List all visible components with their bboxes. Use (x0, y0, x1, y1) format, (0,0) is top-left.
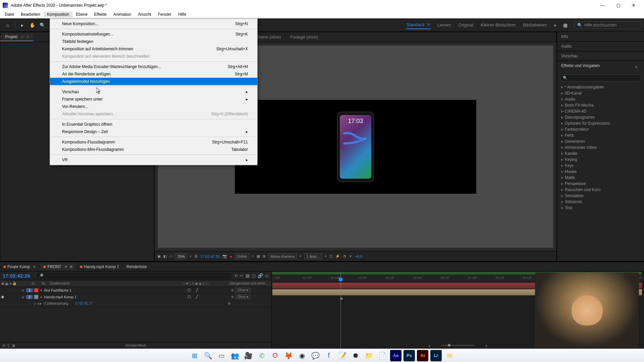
panel-info[interactable]: Info (557, 32, 644, 41)
pickwhip-icon[interactable]: ⊚ (231, 288, 234, 292)
pickwhip-icon[interactable]: ⊚ (231, 295, 234, 299)
timeline-layer[interactable]: ◉▶2▪Handy.mp4 Komp 1⬡ ╱ ⊚ Ohne ▾ (0, 294, 271, 300)
taskbar-opera-icon[interactable]: O (269, 350, 281, 361)
taskbar-messenger-icon[interactable]: 💬 (310, 350, 321, 361)
menu-item[interactable]: Titelbild festlegen (50, 38, 257, 45)
effects-category[interactable]: ▶Audio (560, 96, 641, 102)
menu-komposition[interactable]: Komposition (44, 11, 72, 17)
visibility-toggle[interactable]: ◉ (0, 295, 5, 299)
playhead[interactable] (340, 272, 341, 349)
exposure-value[interactable]: +0,0 (355, 254, 362, 258)
effects-category[interactable]: ▶Optionen für Expressions (560, 120, 641, 126)
effects-category[interactable]: ▶Simulation (560, 193, 641, 199)
pickwhip-icon[interactable]: ⊚ (228, 302, 230, 305)
switches-modes-toggle[interactable]: Schalter/Modi (125, 344, 146, 347)
timeline-layer[interactable]: ▶1▪Rot Farbfläche 1⬡ ╱ ⊚ Ohne ▾ (0, 287, 271, 294)
eye-icon[interactable]: ◉ (1, 282, 4, 285)
effects-category[interactable]: ▶Farbkorrektur (560, 126, 641, 132)
tab-footage[interactable]: Footage (ohne) (286, 34, 323, 41)
tl-icon-4[interactable]: ◫ (252, 273, 256, 278)
close-icon[interactable]: ✕ (21, 35, 23, 39)
menu-item[interactable]: In Essential Graphics öffnen (50, 121, 257, 128)
hand-tool-icon[interactable]: ✋ (28, 21, 37, 29)
taskbar-search-icon[interactable]: 🔍 (202, 350, 214, 361)
effects-category[interactable]: ▶Keying (560, 157, 641, 163)
frame-blend-icon[interactable]: ◨ (12, 344, 15, 347)
taskbar-explorer-icon[interactable]: 📁 (363, 350, 375, 361)
taskbar-whatsapp-icon[interactable]: ✆ (256, 350, 267, 361)
close-button[interactable]: ✕ (626, 0, 641, 10)
taskbar-ae-icon[interactable]: Ae (390, 350, 401, 361)
taskbar-steam-icon[interactable]: ◉ (296, 350, 308, 361)
home-icon[interactable]: ⌂ (3, 21, 12, 29)
taskbar-video-icon[interactable]: 🎥 (243, 350, 254, 361)
effects-category[interactable]: ▶Boris FX Mocha (560, 102, 641, 108)
close-icon[interactable]: ✕ (33, 265, 36, 268)
taskbar-taskview-icon[interactable]: ▭ (216, 350, 227, 361)
toggle-switches-icon[interactable]: ⊞ (3, 344, 5, 347)
taskbar-teams-icon[interactable]: 👥 (229, 350, 240, 361)
tl-icon-1[interactable]: ⟲ (234, 273, 238, 278)
zoom-dropdown[interactable]: 25% (175, 253, 187, 259)
menu-item[interactable]: Responsive Design – Zeit▸ (50, 128, 257, 135)
effects-category[interactable]: ▶Perspektive (560, 181, 641, 187)
label-icon[interactable]: 🏷 (30, 282, 40, 285)
timeline-tab[interactable]: Finale Komp✕ (0, 263, 39, 270)
tl-icon-5[interactable]: 🔗 (258, 273, 263, 278)
workspace-lernen[interactable]: Lernen (437, 21, 451, 29)
maximize-button[interactable]: ▢ (610, 0, 626, 10)
taskbar-ps-icon[interactable]: Ps (404, 350, 415, 361)
effects-category[interactable]: ▶Keys (560, 163, 641, 169)
menu-item[interactable]: VR▸ (50, 156, 257, 164)
menu-item[interactable]: Neue Komposition...Strg+N (50, 20, 257, 27)
lock-icon[interactable]: 🔒 (12, 282, 16, 285)
workspace-grid-icon[interactable]: ▦ (561, 21, 570, 29)
timeline-tab[interactable]: Renderliste (123, 263, 150, 270)
effects-category[interactable]: ▶Rauschen und Korn (560, 187, 641, 193)
taskbar-windows-icon[interactable]: ⊞ (189, 350, 200, 361)
speaker-icon[interactable]: 🔈 (5, 282, 9, 285)
channel-icon[interactable]: ● (230, 254, 232, 258)
menu-animation[interactable]: Animation (110, 11, 135, 17)
camera-dropdown[interactable]: Aktive Kamera (268, 253, 297, 259)
resolution-dropdown[interactable]: Drittel (235, 253, 249, 259)
panel-audio[interactable]: Audio (557, 42, 644, 51)
solo-icon[interactable]: ● (10, 282, 12, 285)
taskbar-lr-icon[interactable]: Lr (430, 350, 442, 361)
taskbar-ai-icon[interactable]: Ai (417, 350, 428, 361)
3d-icon[interactable]: ⬭ (169, 254, 172, 258)
mask-icon[interactable]: ▣ (157, 254, 161, 258)
panel-menu-icon[interactable]: ≡ (632, 63, 640, 71)
menu-item[interactable]: Vorschau▸ (50, 88, 257, 96)
alpha-icon[interactable]: ◧ (163, 254, 167, 258)
taskbar-notes-icon[interactable]: 📝 (336, 350, 348, 361)
layer-property[interactable]: ◇ ◂ ▸ ⏱ Zeitverzerrung17:02:42:27⊚ (0, 300, 271, 307)
menu-item[interactable]: Vor-Rendern... (50, 103, 257, 110)
timeline-tab[interactable]: FRONT✕≡ (40, 263, 75, 270)
effects-category[interactable]: ▶Matte (560, 175, 641, 181)
effects-category[interactable]: ▶3D-Kanal (560, 90, 641, 96)
taskbar-firefox-icon[interactable]: 🦊 (283, 350, 294, 361)
menu-ebene[interactable]: Ebene (72, 11, 91, 17)
effects-category[interactable]: ▶Stilisieren (560, 199, 641, 205)
workspace-bibliotheken[interactable]: Bibliotheken (522, 21, 547, 29)
workspace-original[interactable]: Original (458, 21, 474, 29)
px-icon[interactable]: ◫ (329, 254, 333, 258)
menu-datei[interactable]: Datei (1, 11, 17, 17)
brace-icon[interactable]: {} (7, 344, 10, 347)
menu-bearbeiten[interactable]: Bearbeiten (17, 11, 44, 17)
help-search[interactable]: 🔍 Hilfe durchsuchen (574, 21, 641, 29)
grid-icon[interactable]: ⊞ (263, 254, 266, 258)
tl-icon-2[interactable]: ✂ (240, 273, 244, 278)
effects-category[interactable]: ▶Dienstprogramm (560, 114, 641, 120)
workspace-kleiner-bildschirm[interactable]: Kleiner Bildschirm (480, 21, 516, 29)
menu-item[interactable]: Kompositions-Mini-FlussdiagrammTabulator (50, 146, 257, 153)
effects-category[interactable]: ▶Kanäle (560, 150, 641, 157)
menu-item[interactable]: Kompositions-FlussdiagrammStrg+Umschalt+… (50, 138, 257, 146)
selection-tool-icon[interactable]: ▸ (18, 21, 26, 29)
res-icon[interactable]: ⊞ (195, 254, 198, 258)
effects-category[interactable]: ▶* Animationsvorgaben (560, 84, 641, 90)
menu-item[interactable]: Kompositionseinstellungen...Strg+K (50, 31, 257, 38)
expand-icon[interactable]: ▶ (22, 295, 26, 299)
views-dropdown[interactable]: 1 Ansi... (304, 253, 322, 259)
